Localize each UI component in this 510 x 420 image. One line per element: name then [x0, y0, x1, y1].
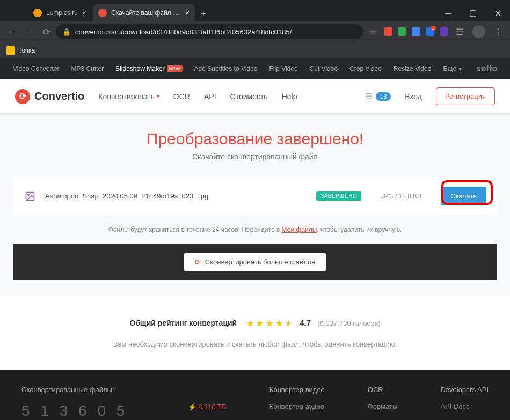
star-half-icon: ★★	[285, 318, 293, 329]
tab-inactive[interactable]: Lumpics.ru ×	[28, 4, 92, 21]
logo[interactable]: ⟳ Convertio	[15, 89, 84, 104]
favicon-icon	[33, 9, 42, 17]
convert-more-bar: ⟳ Сконвертировать больше файлов	[13, 244, 497, 280]
forward-button[interactable]: →	[21, 24, 37, 39]
convert-more-button[interactable]: ⟳ Сконвертировать больше файлов	[184, 253, 326, 271]
url-text: convertio.co/ru/download/d07880d9c832fa8…	[75, 28, 292, 36]
extension-icon[interactable]: 1	[424, 26, 436, 38]
browser-titlebar: Lumpics.ru × Скачайте ваш файл — Convert…	[0, 0, 510, 21]
reading-list-icon[interactable]: ☰	[452, 24, 467, 39]
star-icon: ★	[265, 318, 274, 329]
retention-note: Файлы будут храниться в течение 24 часов…	[0, 215, 510, 244]
tab-label: Скачайте ваш файл — Convertio	[111, 9, 181, 17]
rating-title: Общий рейтинг конвертаций	[129, 319, 237, 327]
rating-block: Общий рейтинг конвертаций ★★★★★★ 4.7 (6,…	[0, 296, 510, 340]
address-bar: ← → ⟳ 🔒 convertio.co/ru/download/d07880d…	[0, 21, 510, 42]
close-icon[interactable]: ×	[82, 9, 86, 17]
top-nav: Video Converter MP3 Cutter Slideshow Mak…	[0, 58, 510, 79]
folder-icon	[6, 46, 15, 55]
footer-link[interactable]: Конвертер аудио	[269, 402, 325, 410]
hero: Преобразование завершено! Скачайте сконв…	[0, 130, 510, 161]
layers-icon: ☰	[365, 91, 373, 101]
tab-label: Lumpics.ru	[46, 9, 78, 17]
topnav-link[interactable]: Video Converter	[13, 65, 60, 72]
tb-size: ⚡ 8,110 ТБ	[188, 403, 227, 411]
tab-active[interactable]: Скачайте ваш файл — Convertio ×	[93, 4, 195, 21]
extension-icon[interactable]	[382, 26, 394, 38]
url-input[interactable]: 🔒 convertio.co/ru/download/d07880d9c832f…	[56, 24, 363, 39]
footer-link[interactable]: API Docs	[440, 402, 489, 410]
file-info: JPG / 12.8 KB	[381, 193, 421, 200]
lock-icon: 🔒	[62, 28, 71, 36]
topnav-link[interactable]: Crop Video	[349, 65, 382, 72]
star-icon[interactable]: ☆	[365, 24, 380, 39]
topnav-link[interactable]: Add Subtitles to Video	[194, 65, 258, 72]
topnav-link[interactable]: Resize Video	[394, 65, 432, 72]
extension-icon[interactable]	[396, 26, 408, 38]
topnav-link[interactable]: Flip Video	[269, 65, 297, 72]
image-icon	[24, 190, 37, 203]
favicon-icon	[98, 9, 107, 17]
nav-pricing[interactable]: Стоимость	[230, 92, 268, 101]
new-badge: NEW	[167, 65, 183, 72]
topnav-link[interactable]: Cut Video	[310, 65, 338, 72]
topnav-more[interactable]: Ещё ▾	[443, 65, 462, 72]
footer-link[interactable]: Форматы	[368, 402, 398, 410]
reload-button[interactable]: ⟳	[39, 24, 54, 39]
content-area: Преобразование завершено! Скачайте сконв…	[0, 114, 510, 420]
credits-count: 13	[376, 92, 391, 101]
extension-icon[interactable]	[438, 26, 450, 38]
footer-heading: Сконвертированные файлы:	[21, 386, 145, 394]
main-nav: ⟳ Convertio Конвертировать ▾ OCR API Сто…	[0, 79, 510, 114]
maximize-button[interactable]: ☐	[461, 5, 485, 21]
minimize-button[interactable]: ─	[436, 5, 461, 21]
footer-link[interactable]: Конвертер видео	[269, 386, 325, 394]
footer-link[interactable]: Developers API	[440, 386, 489, 394]
profile-avatar[interactable]	[472, 25, 485, 38]
rating-votes: (6,037,730 голосов)	[317, 319, 380, 327]
my-files-link[interactable]: Мои файлы	[282, 226, 317, 233]
hero-title: Преобразование завершено!	[0, 130, 510, 148]
menu-icon[interactable]: ⋮	[491, 24, 506, 39]
back-button[interactable]: ←	[4, 24, 19, 39]
footer-link[interactable]: OCR	[368, 386, 398, 394]
chevron-down-icon: ▾	[458, 65, 462, 72]
converted-count: 5 1 3 6 0 5 0 7 0	[21, 402, 145, 420]
bookmark-label: Точка	[18, 47, 35, 54]
extension-icon[interactable]	[410, 26, 422, 38]
nav-convert[interactable]: Конвертировать ▾	[98, 92, 159, 101]
login-link[interactable]: Вход	[405, 92, 422, 101]
file-row: Ashampoo_Snap_2020.05.09_21h49m19s_023_.…	[13, 177, 497, 215]
refresh-icon: ⟳	[195, 258, 201, 266]
status-badge: ЗАВЕРШЕНО	[316, 191, 361, 201]
download-button[interactable]: Скачать	[441, 187, 486, 205]
hero-subtitle: Скачайте сконвертированный файл	[0, 152, 510, 161]
bookmarks-bar: Точка	[0, 42, 510, 58]
topnav-link[interactable]: MP3 Cutter	[71, 65, 104, 72]
rating-stars: ★★★★★★	[246, 318, 293, 329]
nav-api[interactable]: API	[204, 92, 216, 101]
nav-ocr[interactable]: OCR	[173, 92, 190, 101]
footer: Сконвертированные файлы: 5 1 3 6 0 5 0 7…	[0, 370, 510, 420]
star-icon: ★	[256, 318, 264, 329]
nav-help[interactable]: Help	[282, 92, 297, 101]
logo-icon: ⟳	[15, 89, 30, 104]
page-content: Video Converter MP3 Cutter Slideshow Mak…	[0, 58, 510, 420]
close-window-button[interactable]: ✕	[485, 5, 510, 21]
rating-subtitle: Вам необходимо сконвертировать и скачать…	[0, 340, 510, 370]
logo-text: Convertio	[34, 90, 84, 102]
topnav-link[interactable]: Slideshow Maker NEW	[115, 65, 182, 72]
star-icon: ★	[275, 318, 283, 329]
svg-point-1	[28, 194, 30, 195]
star-icon: ★	[246, 318, 254, 329]
new-tab-button[interactable]: +	[196, 6, 211, 21]
brand-logo: softo	[476, 64, 497, 73]
chevron-down-icon: ▾	[157, 93, 159, 99]
bookmark-item[interactable]: Точка	[6, 46, 35, 55]
credits-indicator[interactable]: ☰ 13	[365, 91, 391, 101]
file-name: Ashampoo_Snap_2020.05.09_21h49m19s_023_.…	[45, 192, 308, 200]
rating-score: 4.7	[300, 318, 311, 327]
signup-button[interactable]: Регистрация	[436, 87, 495, 105]
close-icon[interactable]: ×	[185, 9, 190, 17]
